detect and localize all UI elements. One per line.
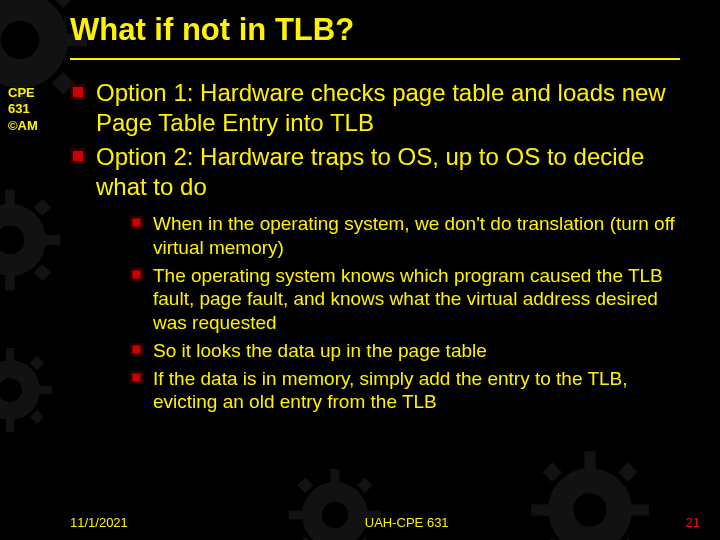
sub-bullet-list: When in the operating system, we don't d… (130, 212, 690, 414)
sub-bullet-text: If the data is in memory, simply add the… (153, 367, 690, 415)
square-bullet-icon (70, 84, 86, 138)
svg-rect-59 (132, 345, 140, 353)
slide: CPE 631 ©AM What if not in TLB? Option 1… (0, 0, 720, 540)
svg-rect-51 (73, 87, 83, 97)
square-bullet-icon (130, 268, 143, 335)
title-block: What if not in TLB? (70, 12, 680, 60)
main-bullet-text: Option 2: Hardware traps to OS, up to OS… (96, 142, 690, 202)
sub-bullet: If the data is in memory, simply add the… (130, 367, 690, 415)
slide-footer: 11/1/2021 UAH-CPE 631 21 (0, 515, 720, 530)
footer-page-number: 21 (686, 515, 700, 530)
sub-bullet-text: So it looks the data up in the page tabl… (153, 339, 487, 363)
footer-center: UAH-CPE 631 (128, 515, 686, 530)
main-bullet-text: Option 1: Hardware checks page table and… (96, 78, 690, 138)
sidebar-course-label: CPE 631 ©AM (8, 85, 60, 134)
square-bullet-icon (70, 148, 86, 202)
square-bullet-icon (130, 343, 143, 363)
sub-bullet-text: When in the operating system, we don't d… (153, 212, 690, 260)
slide-title: What if not in TLB? (70, 12, 680, 54)
svg-rect-57 (132, 270, 140, 278)
sub-bullet: The operating system knows which program… (130, 264, 690, 335)
square-bullet-icon (130, 371, 143, 415)
square-bullet-icon (130, 216, 143, 260)
footer-date: 11/1/2021 (70, 515, 128, 530)
main-bullet: Option 2: Hardware traps to OS, up to OS… (70, 142, 690, 202)
title-underline (70, 58, 680, 60)
sub-bullet: When in the operating system, we don't d… (130, 212, 690, 260)
main-bullet: Option 1: Hardware checks page table and… (70, 78, 690, 138)
svg-rect-53 (73, 151, 83, 161)
svg-rect-55 (132, 218, 140, 226)
sub-bullet: So it looks the data up in the page tabl… (130, 339, 690, 363)
content-area: Option 1: Hardware checks page table and… (70, 78, 690, 414)
svg-rect-61 (132, 373, 140, 381)
sub-bullet-text: The operating system knows which program… (153, 264, 690, 335)
